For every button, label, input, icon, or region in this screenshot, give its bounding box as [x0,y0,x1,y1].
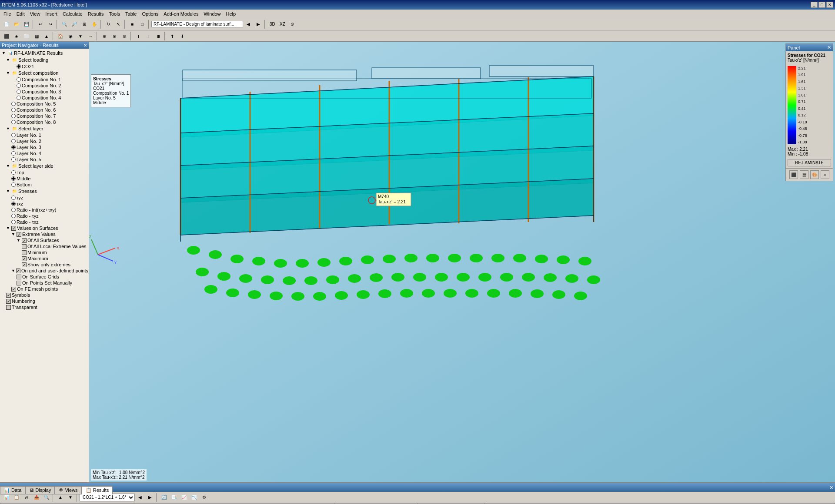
res-nav-prev[interactable]: ◀ [135,493,145,502]
tb-zoom-out[interactable]: 🔎 [70,20,79,29]
titlebar-controls[interactable]: _ □ ✕ [811,2,833,8]
osg-check[interactable] [17,275,21,279]
se-check[interactable]: ✓ [22,262,27,267]
ratio-txz-radio[interactable] [11,220,16,224]
nav-on-surface-grids[interactable]: On Surface Grids [1,274,88,280]
oas-expand[interactable]: ▼ [17,238,21,242]
ofm-check[interactable]: ✓ [11,287,16,292]
res-nav-next[interactable]: ▶ [145,493,155,502]
tb2-b17[interactable]: ⬇ [177,31,187,41]
stress-expand[interactable]: ▼ [6,189,10,193]
nav-transparent[interactable]: Transparent [1,304,88,310]
res-tb-12[interactable]: ⚙ [199,493,209,502]
nav-show-extremes[interactable]: ✓ Show only extremes [1,262,88,268]
menu-edit[interactable]: Edit [14,10,27,17]
tb2-b15[interactable]: Ⅲ [154,31,163,41]
oas-check[interactable]: ✓ [22,238,27,243]
tb2-b10[interactable]: ⊕ [100,31,109,41]
nav-select-composition[interactable]: ▼ 📁 Select composition [1,70,88,76]
menu-addon[interactable]: Add-on Modules [161,10,201,17]
ev-expand[interactable]: ▼ [11,232,16,236]
layer2-radio[interactable] [11,139,16,143]
nav-tab-data[interactable]: 📊 Data [0,486,25,494]
nav-comp-3[interactable]: Composition No. 3 [1,89,88,95]
res-tb-11[interactable]: 📉 [189,493,199,502]
ratio-int-radio[interactable] [11,208,16,212]
tb2-b12[interactable]: ⊘ [120,31,129,41]
oal-check[interactable] [22,244,27,249]
nav-side-bottom[interactable]: Bottom [1,182,88,188]
menu-calculate[interactable]: Calculate [60,10,85,17]
layer5-radio[interactable] [11,157,16,162]
comp2-radio[interactable] [17,83,21,88]
nav-select-layer-side[interactable]: ▼ 📁 Select layer side [1,162,88,169]
results-close-icon[interactable]: ✕ [829,485,833,491]
max-check[interactable]: ✓ [22,256,27,261]
nav-layer-5[interactable]: Layer No. 5 [1,156,88,162]
tb2-b2[interactable]: ◈ [12,31,21,41]
comp8-radio[interactable] [11,120,16,124]
top-radio[interactable] [11,170,16,175]
nav-close-btn[interactable]: ✕ [84,43,87,48]
rf-laminate-button[interactable]: RF-LAMINATE [788,159,831,166]
nav-on-points-set[interactable]: On Points Set Manually [1,280,88,286]
panel-icon-3[interactable]: 🎨 [810,170,819,179]
maximize-btn[interactable]: □ [818,2,825,8]
nav-on-fe-mesh[interactable]: ✓ On FE mesh points [1,286,88,292]
menu-help[interactable]: Help [224,10,239,17]
tb2-b9[interactable]: → [86,31,95,41]
nav-select-loading[interactable]: ▼ 📁 Select loading [1,56,88,63]
nav-stress-ratio-txz[interactable]: Ratio - τxz [1,219,88,225]
close-btn[interactable]: ✕ [826,2,833,8]
menu-tools[interactable]: Tools [106,10,123,17]
tb2-b14[interactable]: Ⅱ [144,31,153,41]
comp1-radio[interactable] [17,77,21,82]
nav-stress-ratio-int[interactable]: Ratio - int(τxz+τxy) [1,207,88,213]
comp7-radio[interactable] [11,114,16,118]
tb-pan[interactable]: ✋ [90,20,99,29]
menu-options[interactable]: Options [139,10,161,17]
min-check[interactable] [22,250,27,255]
panel-icon-2[interactable]: ▤ [800,170,808,179]
trans-check[interactable] [6,305,11,310]
nav-minimum[interactable]: Minimum [1,249,88,255]
nav-layer-4[interactable]: Layer No. 4 [1,150,88,156]
res-tb-8[interactable]: 🔄 [159,493,169,502]
menu-results[interactable]: Results [85,10,107,17]
res-tb-9[interactable]: 📑 [169,493,179,502]
layer1-radio[interactable] [11,133,16,137]
tb-redo[interactable]: ↪ [46,20,55,29]
tb-zoom-all[interactable]: ⊞ [80,20,89,29]
nav-co21[interactable]: CO21 [1,63,88,70]
comp6-radio[interactable] [11,108,16,112]
tb2-b5[interactable]: ▲ [42,31,51,41]
middle-radio[interactable] [11,176,16,181]
layer4-radio[interactable] [11,151,16,156]
nav-layer-2[interactable]: Layer No. 2 [1,138,88,144]
nav-numbering[interactable]: ✓ Numbering [1,298,88,304]
og-check[interactable]: ✓ [16,269,20,273]
tb2-b11[interactable]: ⊗ [110,31,119,41]
tb-new[interactable]: 📄 [2,20,11,29]
nav-comp-6[interactable]: Composition No. 6 [1,107,88,113]
tb-select[interactable]: ↖ [114,20,123,29]
nav-root[interactable]: ▼ 📊 RF-LAMINATE Results [1,50,88,56]
nav-tab-results[interactable]: 📋 Results [82,486,113,494]
comp4-radio[interactable] [17,96,21,100]
layer3-radio[interactable] [11,145,16,149]
co21-radio[interactable] [17,64,21,69]
tb-3d[interactable]: 3D [267,20,277,29]
nav-comp-4[interactable]: Composition No. 4 [1,95,88,101]
nav-comp-8[interactable]: Composition No. 8 [1,119,88,125]
comp5-radio[interactable] [11,102,16,106]
side-expand[interactable]: ▼ [6,164,10,168]
nav-comp-2[interactable]: Composition No. 2 [1,83,88,89]
menu-window[interactable]: Window [201,10,223,17]
nav-layer-1[interactable]: Layer No. 1 [1,132,88,138]
tb-snap[interactable]: ⊙ [287,20,297,29]
panel-icon-1[interactable]: ⬛ [789,170,798,179]
ratio-tyz-radio[interactable] [11,214,16,218]
tb2-b16[interactable]: ⬆ [167,31,177,41]
menu-view[interactable]: View [27,10,43,17]
tb-render[interactable]: ■ [127,20,137,29]
